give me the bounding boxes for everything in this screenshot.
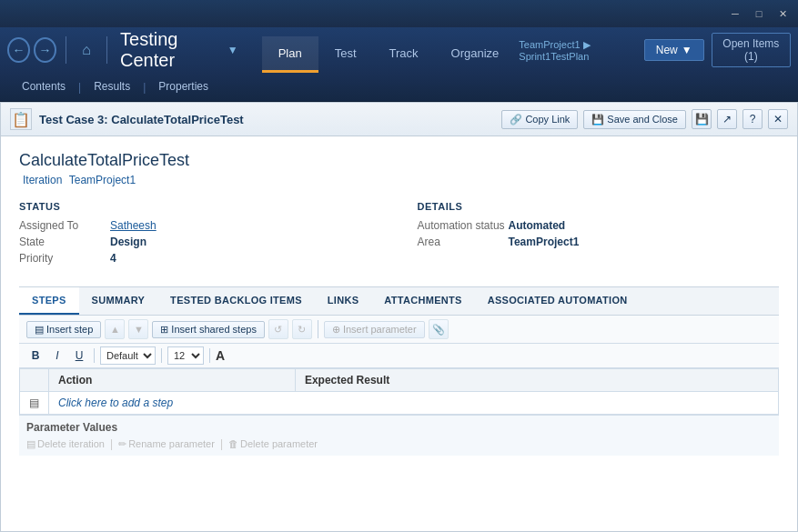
help-button[interactable]: ? bbox=[742, 109, 763, 129]
fmt-sep-3 bbox=[209, 348, 210, 363]
insert-param-icon: ⊕ bbox=[332, 324, 340, 336]
restore-button[interactable]: □ bbox=[747, 5, 771, 23]
steps-toolbar: ▤ Insert step ▲ ▼ ⊞ Insert shared steps … bbox=[19, 316, 779, 344]
breadcrumb: TeamProject1 ▶ Sprint1TestPlan bbox=[519, 39, 636, 62]
status-header: STATUS bbox=[19, 201, 381, 212]
delete-iteration-icon: ▤ bbox=[26, 438, 35, 450]
toolbar-sep bbox=[318, 320, 318, 338]
app-title-dropdown[interactable]: ▼ bbox=[226, 42, 240, 58]
open-items-button[interactable]: Open Items (1) bbox=[712, 33, 791, 67]
move-down-button[interactable]: ▼ bbox=[128, 319, 148, 339]
delete-iteration-button[interactable]: ▤ Delete iteration bbox=[26, 438, 105, 450]
font-size-select[interactable]: 12 bbox=[167, 346, 204, 365]
app-title: Testing Center bbox=[120, 29, 220, 71]
new-button[interactable]: New ▼ bbox=[644, 39, 704, 61]
param-sep-1: | bbox=[110, 437, 113, 450]
table-row[interactable]: ▤ Click here to add a step bbox=[20, 392, 779, 415]
nav-tab-test[interactable]: Test bbox=[318, 36, 373, 73]
nav-tab-plan[interactable]: Plan bbox=[262, 36, 318, 73]
status-section: STATUS Assigned To Satheesh State Design… bbox=[19, 201, 381, 268]
area-label: Area bbox=[418, 236, 509, 248]
italic-button[interactable]: I bbox=[48, 346, 66, 365]
attachment-button[interactable]: 📎 bbox=[429, 319, 449, 339]
assigned-to-value[interactable]: Satheesh bbox=[110, 219, 157, 232]
priority-label: Priority bbox=[19, 252, 110, 265]
area-value: TeamProject1 bbox=[509, 236, 580, 248]
assigned-to-row: Assigned To Satheesh bbox=[19, 219, 381, 232]
subnav-contents[interactable]: Contents bbox=[11, 73, 76, 101]
details-section: DETAILS Automation status Automated Area… bbox=[418, 201, 780, 268]
nav-right: TeamProject1 ▶ Sprint1TestPlan New ▼ Ope… bbox=[519, 33, 791, 67]
state-row: State Design bbox=[19, 236, 381, 248]
step-icon: ▤ bbox=[29, 396, 39, 409]
add-step-text[interactable]: Click here to add a step bbox=[58, 396, 173, 409]
parameter-section: Parameter Values ▤ Delete iteration | ✏ … bbox=[19, 415, 779, 456]
minimize-button[interactable]: ─ bbox=[723, 5, 747, 23]
rename-param-button[interactable]: ✏ Rename parameter bbox=[118, 438, 215, 450]
title-bar: ─ □ ✕ bbox=[0, 0, 798, 27]
state-value: Design bbox=[110, 236, 146, 248]
home-button[interactable]: ⌂ bbox=[76, 37, 97, 63]
col-expected-result: Expected Result bbox=[295, 369, 778, 392]
font-family-select[interactable]: Default bbox=[100, 346, 156, 365]
tab-summary[interactable]: SUMMARY bbox=[79, 287, 158, 315]
param-sep-2: | bbox=[220, 437, 223, 450]
main-content: 📋 Test Case 3: CalculateTotalPriceTest 🔗… bbox=[0, 102, 798, 532]
area-row: Area TeamProject1 bbox=[418, 236, 780, 248]
tab-associated-automation[interactable]: ASSOCIATED AUTOMATION bbox=[475, 287, 641, 315]
insert-shared-steps-button[interactable]: ⊞ Insert shared steps bbox=[152, 321, 265, 338]
details-header: DETAILS bbox=[418, 201, 780, 212]
add-step-cell[interactable]: Click here to add a step bbox=[49, 392, 779, 415]
subnav-results[interactable]: Results bbox=[83, 73, 141, 101]
tabs-bar: STEPS SUMMARY TESTED BACKLOG ITEMS LINKS… bbox=[19, 286, 779, 316]
step-icon-cell: ▤ bbox=[20, 392, 49, 415]
fmt-sep-2 bbox=[161, 348, 162, 363]
close-button[interactable]: ✕ bbox=[771, 5, 794, 23]
open-external-button[interactable]: ↗ bbox=[717, 109, 737, 129]
close-panel-button[interactable]: ✕ bbox=[768, 109, 788, 129]
undo-button[interactable]: ↺ bbox=[268, 319, 288, 339]
insert-step-icon: ▤ bbox=[35, 324, 44, 336]
nav-bar: ← → ⌂ Testing Center ▼ Plan Test Track O… bbox=[0, 27, 798, 73]
state-label: State bbox=[19, 236, 110, 248]
tab-attachments[interactable]: ATTACHMENTS bbox=[371, 287, 474, 315]
delete-param-button[interactable]: 🗑 Delete parameter bbox=[228, 438, 318, 449]
tab-links[interactable]: LINKS bbox=[315, 287, 372, 315]
forward-button[interactable]: → bbox=[34, 37, 56, 63]
subnav-properties[interactable]: Properties bbox=[147, 73, 219, 101]
steps-table: Action Expected Result ▤ Click here to a bbox=[19, 368, 779, 415]
back-button[interactable]: ← bbox=[7, 37, 30, 63]
work-item-icon: 📋 bbox=[10, 108, 32, 130]
priority-row: Priority 4 bbox=[19, 252, 381, 265]
nav-separator-1 bbox=[66, 36, 66, 64]
insert-step-button[interactable]: ▤ Insert step bbox=[26, 321, 101, 338]
param-toolbar: ▤ Delete iteration | ✏ Rename parameter … bbox=[26, 437, 772, 450]
save-close-button[interactable]: 💾 Save and Close bbox=[583, 110, 686, 129]
font-color-button[interactable]: A bbox=[216, 348, 225, 363]
save-icon-button[interactable]: 💾 bbox=[692, 109, 712, 129]
nav-tabs: Plan Test Track Organize bbox=[262, 27, 516, 73]
format-toolbar: B I U Default 12 A bbox=[19, 344, 779, 368]
insert-parameter-button[interactable]: ⊕ Insert parameter bbox=[324, 321, 425, 338]
tab-steps[interactable]: STEPS bbox=[19, 287, 79, 315]
rename-param-icon: ✏ bbox=[118, 438, 126, 450]
insert-shared-steps-icon: ⊞ bbox=[160, 324, 168, 336]
save-icon: 💾 bbox=[591, 114, 604, 125]
work-item-body: CalculateTotalPriceTest Iteration TeamPr… bbox=[1, 136, 797, 531]
nav-tab-organize[interactable]: Organize bbox=[435, 36, 516, 73]
header-actions: 🔗 Copy Link 💾 Save and Close 💾 ↗ ? ✕ bbox=[501, 109, 788, 129]
copy-link-button[interactable]: 🔗 Copy Link bbox=[501, 110, 578, 129]
underline-button[interactable]: U bbox=[70, 346, 88, 365]
move-up-button[interactable]: ▲ bbox=[105, 319, 125, 339]
tab-tested-backlog[interactable]: TESTED BACKLOG ITEMS bbox=[157, 287, 315, 315]
app-title-area: Testing Center ▼ bbox=[120, 29, 240, 71]
delete-param-icon: 🗑 bbox=[228, 438, 238, 449]
nav-tab-track[interactable]: Track bbox=[373, 36, 435, 73]
fmt-sep-1 bbox=[94, 348, 95, 363]
nav-separator-2 bbox=[106, 36, 107, 64]
assigned-to-label: Assigned To bbox=[19, 219, 110, 232]
work-item-panel: 📋 Test Case 3: CalculateTotalPriceTest 🔗… bbox=[0, 102, 798, 532]
redo-button[interactable]: ↻ bbox=[292, 319, 312, 339]
priority-value: 4 bbox=[110, 252, 116, 265]
bold-button[interactable]: B bbox=[26, 346, 45, 365]
